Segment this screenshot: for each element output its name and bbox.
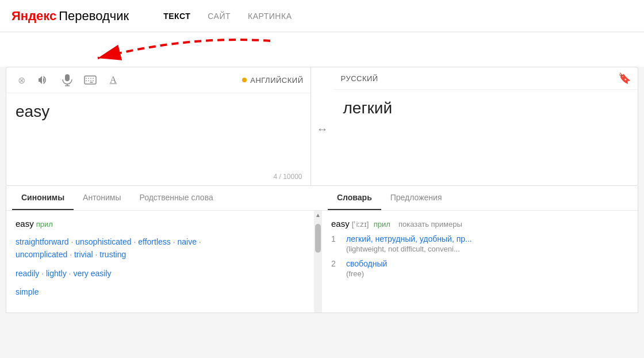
- dict-num-1: 1: [331, 234, 343, 253]
- synonyms-group-3: simple: [16, 285, 313, 298]
- header-nav: ТЕКСТ САЙТ КАРТИНКА: [163, 12, 292, 21]
- dict-entry-1: 1 легкий, нетрудный, удобный, пр... (lig…: [331, 234, 628, 253]
- dict-entry-2-body: свободный (free): [346, 259, 387, 278]
- dict-entry-2: 2 свободный (free): [331, 259, 628, 278]
- translated-text: легкий: [334, 90, 638, 182]
- scrollbar-thumb[interactable]: [315, 224, 321, 253]
- dict-examples-link[interactable]: показать примеры: [398, 220, 462, 228]
- tab-related[interactable]: Родственные слова: [130, 186, 222, 210]
- bookmark-icon[interactable]: 🔖: [618, 72, 631, 85]
- target-panel: РУССКИЙ 🔖 легкий: [334, 67, 638, 185]
- tab-synonyms[interactable]: Синонимы: [12, 186, 74, 210]
- svg-rect-1: [65, 74, 70, 81]
- dictionary-tabs: Словарь Предложения: [322, 186, 638, 211]
- source-lang-dot: [242, 78, 247, 82]
- dict-pos: прил: [374, 220, 390, 228]
- tab-dictionary[interactable]: Словарь: [328, 186, 381, 210]
- source-text[interactable]: easy: [6, 93, 310, 185]
- syn-link-unsophisticated[interactable]: unsophisticated: [75, 237, 131, 246]
- source-panel: ⊗: [6, 67, 311, 185]
- dict-pronunciation: [ˈiːzɪ]: [352, 220, 369, 228]
- syn-link-uncomplicated[interactable]: uncomplicated: [16, 250, 67, 259]
- source-language: АНГЛИЙСКИЙ: [242, 76, 303, 85]
- char-count: 4 / 10000: [273, 173, 302, 181]
- target-lang-label: РУССКИЙ: [341, 74, 378, 83]
- synonyms-pos: прил: [36, 220, 53, 228]
- dict-translations-1[interactable]: легкий, нетрудный, удобный, пр...: [346, 234, 472, 243]
- syn-link-trivial[interactable]: trivial: [74, 250, 93, 259]
- dict-word-header: easy [ˈiːzɪ] прил показать примеры: [331, 219, 628, 228]
- dict-num-2: 2: [331, 259, 343, 278]
- nav-site[interactable]: САЙТ: [208, 12, 231, 21]
- swap-languages-button[interactable]: ↔: [311, 67, 334, 185]
- clear-icon[interactable]: ⊗: [13, 72, 29, 88]
- nav-image[interactable]: КАРТИНКА: [248, 12, 292, 21]
- header: Яндекс Переводчик ТЕКСТ САЙТ КАРТИНКА: [0, 0, 644, 32]
- synonyms-word-header: easyприл: [16, 219, 313, 228]
- synonyms-group-1: straightforward · unsophisticated · effo…: [16, 235, 313, 261]
- logo: Яндекс Переводчик: [12, 9, 129, 24]
- dict-hint-1: (lightweight, not difficult, conveni...: [346, 245, 472, 253]
- bottom-section: Синонимы Антонимы Родственные слова easy…: [6, 186, 638, 313]
- synonyms-word: easy: [16, 219, 34, 228]
- syn-link-trusting[interactable]: trusting: [99, 250, 126, 259]
- source-lang-label: АНГЛИЙСКИЙ: [250, 76, 303, 85]
- syn-link-lightly[interactable]: lightly: [46, 269, 67, 278]
- syn-link-straightforward[interactable]: straightforward: [16, 237, 69, 246]
- yandex-logo-text: Яндекс: [12, 9, 56, 24]
- mic-icon[interactable]: [59, 72, 75, 88]
- translator-area: ⊗: [6, 67, 638, 186]
- synonyms-scrollbar[interactable]: ▲: [314, 211, 322, 313]
- tab-sentences[interactable]: Предложения: [381, 186, 451, 210]
- app-title: Переводчик: [59, 9, 129, 24]
- dict-word: easy: [331, 219, 350, 228]
- speaker-icon[interactable]: [36, 72, 52, 88]
- dictionary-panel: Словарь Предложения easy [ˈiːzɪ] прил по…: [322, 186, 638, 313]
- synonyms-content: easyприл straightforward · unsophisticat…: [6, 211, 322, 313]
- target-toolbar: РУССКИЙ 🔖: [334, 67, 638, 90]
- syn-link-simple[interactable]: simple: [16, 287, 39, 296]
- synonyms-panel: Синонимы Антонимы Родственные слова easy…: [6, 186, 322, 313]
- tab-antonyms[interactable]: Антонимы: [74, 186, 130, 210]
- svg-rect-4: [85, 76, 96, 84]
- dict-entry-1-body: легкий, нетрудный, удобный, пр... (light…: [346, 234, 472, 253]
- dictionary-content: easy [ˈiːzɪ] прил показать примеры 1 лег…: [322, 211, 638, 292]
- dict-translations-2[interactable]: свободный: [346, 259, 387, 268]
- nav-text[interactable]: ТЕКСТ: [163, 12, 190, 21]
- scroll-up-icon[interactable]: ▲: [315, 212, 321, 218]
- spellcheck-icon[interactable]: A: [105, 72, 121, 88]
- annotation-arrow: [17, 32, 282, 67]
- syn-link-effortless[interactable]: effortless: [138, 237, 171, 246]
- syn-link-readily[interactable]: readily: [16, 269, 39, 278]
- syn-link-very-easily[interactable]: very easily: [73, 269, 111, 278]
- arrow-annotation-area: [0, 32, 644, 67]
- swap-icon: ↔: [317, 123, 328, 136]
- synonyms-tabs: Синонимы Антонимы Родственные слова: [6, 186, 322, 211]
- source-toolbar: ⊗: [6, 67, 310, 93]
- keyboard-icon[interactable]: [82, 72, 98, 88]
- dict-hint-2: (free): [346, 269, 387, 278]
- syn-link-naive[interactable]: naive: [177, 237, 196, 246]
- synonyms-group-2: readily · lightly · very easily: [16, 267, 313, 280]
